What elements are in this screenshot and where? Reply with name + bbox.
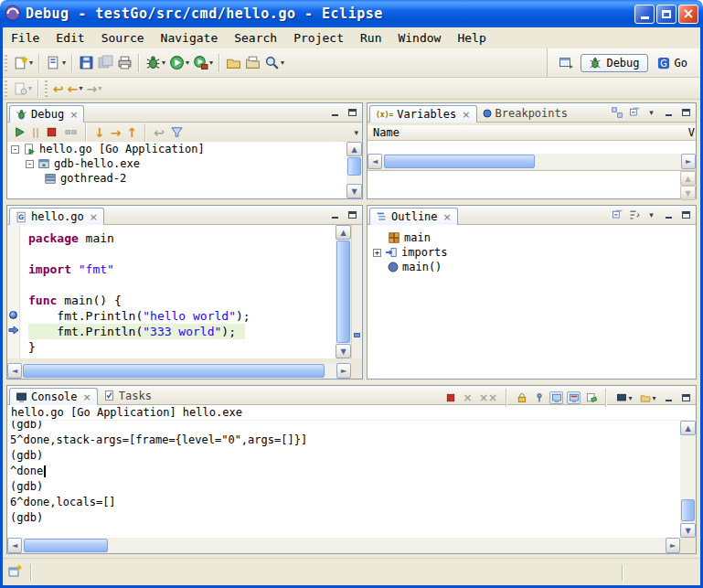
- close-tab-icon[interactable]: ×: [443, 211, 452, 223]
- console-output[interactable]: (gdb) 5^done,stack-args=[frame={level="0…: [7, 421, 680, 538]
- search-button[interactable]: ▾: [262, 52, 286, 74]
- open-perspective-button[interactable]: [557, 52, 575, 74]
- back-button[interactable]: ← ▾: [66, 78, 85, 100]
- close-tab-icon[interactable]: ×: [90, 211, 98, 223]
- expander-icon[interactable]: -: [26, 160, 34, 168]
- close-tab-icon[interactable]: ×: [69, 109, 78, 121]
- outline-item-imports[interactable]: + imports: [367, 245, 696, 260]
- menu-project[interactable]: Project: [285, 29, 352, 48]
- scroll-right-icon[interactable]: ►: [681, 154, 696, 169]
- last-edit-location-button[interactable]: ↩: [51, 78, 66, 100]
- menu-run[interactable]: Run: [352, 29, 389, 48]
- dropdown-arrow-icon[interactable]: ▾: [186, 59, 189, 67]
- menu-window[interactable]: Window: [389, 29, 449, 48]
- scrollbar-thumb[interactable]: [24, 539, 108, 552]
- editor-vscrollbar[interactable]: ▲ ▼: [336, 225, 351, 358]
- tab-outline[interactable]: Outline ×: [369, 208, 458, 225]
- overview-breakpoint-mark[interactable]: [354, 333, 360, 337]
- open-console-button[interactable]: ▾: [638, 391, 658, 404]
- dropdown-arrow-icon[interactable]: ▾: [281, 59, 284, 67]
- scroll-up-icon[interactable]: ▲: [680, 171, 696, 186]
- tree-row-thread[interactable]: gothread-2: [7, 171, 346, 186]
- maximize-view-button[interactable]: [346, 208, 359, 221]
- menu-source[interactable]: Source: [93, 29, 153, 48]
- toolbar-grip[interactable]: [5, 55, 7, 71]
- step-filters-button[interactable]: [168, 122, 186, 144]
- details-vscrollbar[interactable]: ▲ ▼: [680, 170, 696, 198]
- menu-edit[interactable]: Edit: [48, 29, 92, 48]
- collapse-all-button[interactable]: [610, 208, 623, 221]
- scrollbar-thumb[interactable]: [347, 157, 361, 176]
- suspend-button[interactable]: ||: [30, 122, 41, 144]
- view-menu-icon[interactable]: ▾: [354, 128, 358, 137]
- drop-to-frame-button[interactable]: ↩: [152, 122, 166, 144]
- scroll-left-icon[interactable]: ◄: [7, 363, 22, 379]
- tab-tasks[interactable]: Tasks: [98, 387, 157, 404]
- tree-row-launch[interactable]: - hello.go [Go Application]: [7, 142, 346, 156]
- step-return-button[interactable]: ↑: [125, 122, 140, 144]
- remove-launch-button[interactable]: ×: [461, 391, 474, 404]
- tab-console[interactable]: Console ×: [9, 388, 98, 405]
- collapse-all-button[interactable]: [627, 106, 641, 119]
- resume-button[interactable]: [11, 122, 28, 144]
- scroll-down-icon[interactable]: ▼: [336, 344, 351, 358]
- display-selected-console-button[interactable]: ▾: [614, 391, 634, 404]
- variables-column-header[interactable]: Name V: [367, 125, 696, 141]
- console-hscrollbar[interactable]: ◄ ►: [7, 538, 680, 553]
- variables-table[interactable]: [367, 141, 696, 154]
- perspective-debug-button[interactable]: Debug: [581, 54, 647, 72]
- scrollbar-thumb[interactable]: [681, 499, 695, 521]
- scroll-up-icon[interactable]: ▲: [336, 225, 351, 240]
- debug-tree-vscrollbar[interactable]: ▲ ▼: [346, 142, 362, 198]
- editor-hscrollbar[interactable]: ◄ ►: [7, 363, 351, 379]
- dropdown-arrow-icon[interactable]: ▾: [29, 59, 33, 67]
- editor-code-area[interactable]: package main import "fmt" func main() { …: [21, 225, 336, 358]
- maximize-button[interactable]: [656, 5, 676, 24]
- expander-icon[interactable]: +: [373, 249, 381, 257]
- dropdown-arrow-icon[interactable]: ▾: [98, 84, 101, 92]
- menu-file[interactable]: File: [3, 29, 48, 48]
- run-button[interactable]: ▾: [167, 52, 191, 74]
- dropdown-arrow-icon[interactable]: ▾: [28, 84, 32, 92]
- scroll-down-icon[interactable]: ▼: [680, 523, 696, 538]
- tab-debug[interactable]: Debug ×: [9, 105, 84, 123]
- scroll-up-icon[interactable]: ▲: [346, 142, 362, 156]
- save-all-button[interactable]: [96, 52, 115, 74]
- menu-navigate[interactable]: Navigate: [153, 29, 227, 48]
- scrollbar-thumb[interactable]: [336, 241, 350, 343]
- minimize-view-button[interactable]: [328, 106, 342, 119]
- sort-button[interactable]: [627, 208, 641, 221]
- outline-item-package[interactable]: main: [367, 230, 696, 245]
- step-into-button[interactable]: ↓: [92, 122, 107, 144]
- titlebar[interactable]: Debug - testGo/src/cmd/hello.go - Eclips…: [0, 0, 703, 27]
- outline-tree[interactable]: main + imports main(): [367, 225, 696, 379]
- console-vscrollbar[interactable]: ▲ ▼: [680, 421, 696, 538]
- maximize-view-button[interactable]: [346, 106, 359, 119]
- close-button[interactable]: ×: [678, 5, 698, 24]
- scroll-left-icon[interactable]: ◄: [367, 154, 382, 169]
- tab-breakpoints[interactable]: Breakpoints: [477, 104, 573, 122]
- editor-overview-ruler[interactable]: [351, 225, 362, 358]
- remove-all-launches-button[interactable]: ××: [478, 391, 498, 404]
- scroll-right-icon[interactable]: ►: [666, 538, 680, 553]
- external-tools-button[interactable]: ▾: [191, 52, 215, 74]
- show-type-names-button[interactable]: [610, 106, 623, 119]
- open-resource-button[interactable]: [243, 52, 262, 74]
- scroll-up-icon[interactable]: ▲: [680, 421, 696, 435]
- menu-search[interactable]: Search: [226, 29, 285, 48]
- perspective-go-button[interactable]: G Go: [654, 55, 691, 71]
- minimize-view-button[interactable]: [662, 208, 676, 221]
- new-wizard-button[interactable]: ▾: [11, 52, 35, 74]
- maximize-view-button[interactable]: [679, 208, 693, 221]
- scrollbar-thumb[interactable]: [384, 155, 535, 168]
- dropdown-arrow-icon[interactable]: ▾: [162, 59, 165, 67]
- save-button[interactable]: [77, 52, 96, 74]
- scroll-left-icon[interactable]: ◄: [7, 538, 22, 553]
- close-tab-icon[interactable]: ×: [462, 109, 470, 121]
- clear-console-button[interactable]: [584, 391, 598, 404]
- view-menu-icon[interactable]: ▾: [644, 208, 658, 221]
- dropdown-arrow-icon[interactable]: ▾: [209, 59, 213, 67]
- scroll-down-icon[interactable]: ▼: [346, 184, 362, 198]
- print-button[interactable]: [115, 52, 134, 74]
- new-go-element-button[interactable]: ▾: [44, 52, 68, 74]
